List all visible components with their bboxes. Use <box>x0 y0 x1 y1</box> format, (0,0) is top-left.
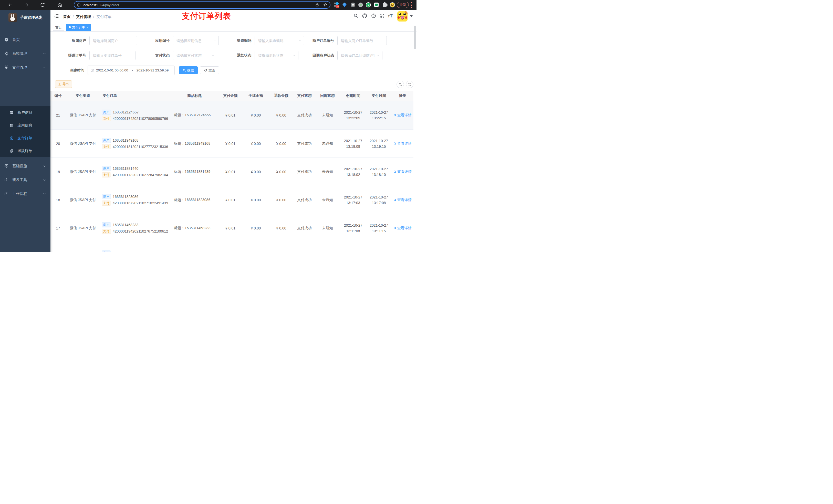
table-row[interactable]: 18 微信 JSAPI 支付 商户1635311823086 支付4200001… <box>50 186 413 214</box>
extension-chat-icon[interactable] <box>374 3 379 7</box>
channel-code-select[interactable] <box>255 36 304 45</box>
sidebar-item-dev-tools[interactable]: 研发工具 <box>0 173 50 187</box>
tab-close-icon[interactable]: × <box>87 26 89 29</box>
fee-amount-cell: ¥ 0.00 <box>243 142 268 146</box>
search-button[interactable]: 搜索 <box>179 66 198 74</box>
browser-forward-icon[interactable] <box>24 2 29 7</box>
table-body: 21 微信 JSAPI 支付 商户1635312124657 支付4200001… <box>50 101 413 252</box>
share-icon[interactable] <box>315 3 319 7</box>
pay-status-select[interactable] <box>173 51 217 60</box>
col-header-notify-status: 回调状态 <box>315 94 340 98</box>
breadcrumb-section[interactable]: 支付管理 <box>76 14 91 19</box>
payment-submenu: 商户信息 应用信息 支付订单 退款订单 <box>0 106 50 157</box>
sidebar-item-pay-order[interactable]: 支付订单 <box>0 131 50 144</box>
col-header-actions: 操作 <box>392 94 413 98</box>
grid-table-icon <box>10 123 14 127</box>
export-button[interactable]: 导出 <box>55 80 72 88</box>
font-size-icon[interactable]: TT <box>388 13 393 19</box>
col-header-amount: 支付金额 <box>218 94 243 98</box>
user-avatar[interactable] <box>397 11 407 22</box>
active-dot <box>69 26 71 28</box>
pay-tag: 支付 <box>102 229 111 234</box>
browser-toolbar: localhost:1024/pay/order 10 ⌘ y 更新 ••• <box>0 0 416 10</box>
browser-menu-icon[interactable]: ••• <box>410 2 413 8</box>
extension-blocks-icon[interactable]: 10 <box>334 3 339 7</box>
tab-home[interactable]: 首页 <box>53 24 64 31</box>
tab-pay-order[interactable]: 支付订单× <box>66 24 91 31</box>
refund-status-select[interactable] <box>255 51 299 60</box>
browser-home-icon[interactable] <box>57 2 62 7</box>
extension-y-icon[interactable]: y <box>366 2 371 7</box>
notify-status-cell: 未通知 <box>315 141 340 146</box>
show-search-toggle-button[interactable] <box>397 81 404 88</box>
sidebar-item-system[interactable]: 系统管理 <box>0 47 50 61</box>
merchant-input[interactable] <box>89 36 137 45</box>
merchant-order-no-input[interactable] <box>337 36 387 45</box>
header-search-icon[interactable] <box>354 13 358 18</box>
sidebar-item-workflow[interactable]: 工作流程 <box>0 187 50 200</box>
refresh-table-button[interactable] <box>406 81 413 88</box>
sidebar-item-refund-order[interactable]: 退款订单 <box>0 144 50 157</box>
channel-code-label: 渠道编码 <box>237 39 251 43</box>
table-row[interactable]: 19 微信 JSAPI 支付 商户1635311881440 支付4200001… <box>50 158 413 186</box>
view-detail-link[interactable]: 查看详情 <box>394 141 412 146</box>
create-time-cell: 2021-10-2713:22:05 <box>340 110 366 121</box>
date-separator: - <box>132 68 133 72</box>
view-detail-link[interactable]: 查看详情 <box>394 170 412 174</box>
extensions-puzzle-icon[interactable] <box>383 3 386 7</box>
vertical-scrollbar[interactable] <box>414 26 416 49</box>
sidebar-toggle-icon[interactable] <box>54 14 59 19</box>
notify-status-select[interactable] <box>337 51 382 60</box>
view-detail-link[interactable]: 查看详情 <box>394 113 412 118</box>
table-header-row: 编号 支付渠道 支付订单 商品标题 支付金额 手续金额 退款金额 支付状态 回调… <box>50 91 413 101</box>
sidebar-item-merchant-info[interactable]: 商户信息 <box>0 106 50 119</box>
search-icon <box>394 170 397 173</box>
extension-kite-icon[interactable] <box>342 3 347 7</box>
extension-record-icon[interactable] <box>358 3 363 7</box>
bookmark-star-icon[interactable] <box>323 3 327 7</box>
table-row[interactable]: 21 微信 JSAPI 支付 商户1635312124657 支付4200001… <box>50 101 413 129</box>
fee-amount-cell: ¥ 0.00 <box>243 226 268 230</box>
profile-emoji-icon[interactable] <box>390 2 395 7</box>
pay-channel-cell: 微信 JSAPI 支付 <box>66 170 100 174</box>
sidebar-item-home[interactable]: 首页 <box>0 33 50 47</box>
extension-command-icon[interactable]: ⌘ <box>351 3 355 7</box>
table-row[interactable]: 17 微信 JSAPI 支付 商户1635311468233 支付4200001… <box>50 214 413 242</box>
fullscreen-icon[interactable] <box>380 13 385 18</box>
date-range-picker[interactable]: 2021-10-01 00:00:00 - 2021-10-31 23:59:5… <box>88 66 175 75</box>
pay-channel-cell: 微信 JSAPI 支付 <box>66 226 100 231</box>
avatar-caret-icon[interactable] <box>410 15 413 17</box>
create-time-cell: 2021-10-2713:11:08 <box>340 222 366 234</box>
pay-time-cell: 2021-10-2713:18:10 <box>366 166 392 177</box>
breadcrumb-home[interactable]: 首页 <box>63 14 70 19</box>
sidebar-item-payment[interactable]: 支付管理 <box>0 61 50 74</box>
browser-back-icon[interactable] <box>7 2 13 7</box>
channel-order-no-input[interactable] <box>89 51 136 60</box>
search-icon <box>394 114 397 117</box>
app-logo-row[interactable]: 芋道管理系统 <box>0 12 50 23</box>
pay-status-cell: 支付成功 <box>294 226 315 231</box>
github-icon[interactable] <box>362 13 367 18</box>
pay-amount-cell: ¥ 0.01 <box>218 198 243 202</box>
clock-icon <box>90 68 94 72</box>
pay-amount-cell: ¥ 0.01 <box>218 113 243 117</box>
browser-reload-icon[interactable] <box>40 2 45 7</box>
product-title-cell: 标题：1635311823086 <box>171 198 218 202</box>
filter-channel-code: 渠道编码 <box>255 36 304 45</box>
pay-order-cell: 商户1635311881440 支付4200001173202110272847… <box>100 165 171 179</box>
view-detail-link[interactable]: 查看详情 <box>394 226 412 231</box>
fee-amount-cell: ¥ 0.00 <box>243 170 268 174</box>
site-info-icon[interactable] <box>77 3 81 7</box>
product-title-cell: 标题：1635312124656 <box>171 113 218 118</box>
table-row[interactable]: 商户1635311454736 支付 查看详情 <box>50 242 413 252</box>
app-no-select[interactable] <box>173 36 219 45</box>
address-bar[interactable]: localhost:1024/pay/order <box>74 1 330 9</box>
sidebar-item-app-info[interactable]: 应用信息 <box>0 119 50 131</box>
reset-button[interactable]: 重置 <box>200 66 219 74</box>
help-icon[interactable] <box>371 13 376 18</box>
browser-update-button[interactable]: 更新 <box>397 2 409 8</box>
view-detail-link[interactable]: 查看详情 <box>394 198 412 202</box>
table-row[interactable]: 20 微信 JSAPI 支付 商户1635311949168 支付4200001… <box>50 129 413 158</box>
merchant-tag: 商户 <box>102 222 111 227</box>
sidebar-item-infrastructure[interactable]: 基础设施 <box>0 159 50 173</box>
